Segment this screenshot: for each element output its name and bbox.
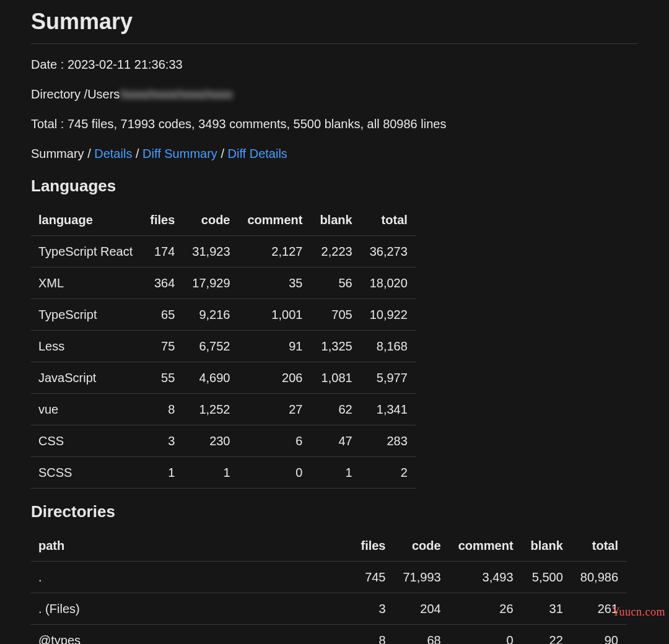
- cell-comment: 27: [239, 394, 312, 425]
- cell-files: 8: [352, 625, 394, 645]
- cell-code: 4,690: [183, 362, 238, 394]
- table-row: JavaScript554,6902061,0815,977: [31, 362, 416, 394]
- languages-header-row: language files code comment blank total: [31, 204, 416, 236]
- cell-comment: 91: [239, 331, 312, 362]
- table-row: @types86802290: [31, 625, 627, 645]
- cell-comment: 1,001: [239, 299, 312, 331]
- cell-code: 9,216: [183, 299, 238, 331]
- cell-comment: 6: [239, 425, 312, 457]
- cell-code: 6,752: [183, 331, 238, 362]
- cell-blank: 22: [522, 625, 572, 645]
- cell-code: 204: [395, 593, 450, 625]
- cell-blank: 56: [311, 268, 361, 299]
- cell-total: 8,168: [361, 331, 416, 362]
- table-row: TypeScript659,2161,00170510,922: [31, 299, 416, 331]
- languages-table: language files code comment blank total …: [31, 204, 416, 489]
- cell-path: @types: [31, 625, 352, 645]
- cell-comment: 26: [450, 593, 522, 625]
- directories-table: path files code comment blank total .745…: [31, 530, 627, 644]
- table-row: Less756,752911,3258,168: [31, 331, 416, 362]
- nav-sep: /: [84, 147, 95, 160]
- cell-code: 1,252: [183, 394, 238, 425]
- cell-blank: 5,500: [522, 562, 572, 593]
- cell-code: 68: [395, 625, 450, 645]
- nav-details-link[interactable]: Details: [94, 147, 132, 160]
- cell-language: TypeScript: [31, 299, 141, 331]
- report-page: Summary Date : 2023-02-11 21:36:33 Direc…: [0, 0, 669, 644]
- cell-language: JavaScript: [31, 362, 141, 394]
- table-row: .74571,9933,4935,50080,986: [31, 562, 627, 593]
- table-row: . (Files)32042631261: [31, 593, 627, 625]
- col-files: files: [141, 204, 183, 236]
- date-value: 2023-02-11 21:36:33: [68, 58, 183, 71]
- cell-files: 3: [141, 425, 183, 457]
- nav-diff-details-link[interactable]: Diff Details: [228, 147, 287, 160]
- cell-total: 2: [361, 457, 416, 489]
- cell-path: . (Files): [31, 593, 352, 625]
- cell-comment: 0: [239, 457, 312, 489]
- cell-language: SCSS: [31, 457, 141, 489]
- nav-sep: /: [132, 147, 142, 160]
- directory-blurred: /xxxx/xxxx/xxxx/xxxx: [120, 87, 232, 101]
- cell-blank: 1,325: [311, 331, 361, 362]
- date-line: Date : 2023-02-11 21:36:33: [31, 55, 638, 74]
- cell-total: 1,341: [361, 394, 416, 425]
- cell-code: 230: [183, 425, 238, 457]
- directories-header-row: path files code comment blank total: [31, 530, 627, 562]
- cell-language: XML: [31, 268, 141, 299]
- directory-line: Directory /Users/xxxx/xxxx/xxxx/xxxx: [31, 85, 638, 103]
- cell-files: 364: [141, 268, 183, 299]
- table-row: XML36417,929355618,020: [31, 268, 416, 299]
- cell-comment: 206: [239, 362, 312, 394]
- cell-files: 65: [141, 299, 183, 331]
- col-code: code: [183, 204, 238, 236]
- cell-blank: 705: [311, 299, 361, 331]
- cell-comment: 35: [239, 268, 312, 299]
- cell-blank: 47: [311, 425, 361, 457]
- cell-total: 283: [361, 425, 416, 457]
- date-label: Date :: [31, 58, 64, 71]
- cell-comment: 3,493: [450, 562, 522, 593]
- cell-code: 17,929: [183, 268, 238, 299]
- cell-total: 80,986: [572, 562, 627, 593]
- nav-summary-current: Summary: [31, 147, 84, 160]
- totals-line: Total : 745 files, 71993 codes, 3493 com…: [31, 115, 638, 133]
- cell-code: 31,923: [183, 236, 238, 268]
- cell-files: 745: [352, 562, 394, 593]
- col-comment: comment: [450, 530, 522, 562]
- cell-blank: 1: [311, 457, 361, 489]
- col-files: files: [352, 530, 394, 562]
- table-row: SCSS11012: [31, 457, 416, 489]
- cell-files: 55: [141, 362, 183, 394]
- nav-diff-summary-link[interactable]: Diff Summary: [142, 147, 217, 160]
- cell-language: vue: [31, 394, 141, 425]
- directory-prefix: /Users: [84, 87, 120, 101]
- directories-heading: Directories: [31, 500, 638, 524]
- table-row: vue81,25227621,341: [31, 394, 416, 425]
- directory-label: Directory: [31, 87, 81, 101]
- cell-path: .: [31, 562, 352, 593]
- nav-line: Summary / Details / Diff Summary / Diff …: [31, 144, 638, 163]
- cell-comment: 2,127: [239, 236, 312, 268]
- col-blank: blank: [311, 204, 361, 236]
- col-language: language: [31, 204, 141, 236]
- cell-files: 3: [352, 593, 394, 625]
- cell-comment: 0: [450, 625, 522, 645]
- cell-files: 8: [141, 394, 183, 425]
- cell-code: 1: [183, 457, 238, 489]
- nav-sep: /: [217, 147, 228, 160]
- cell-language: CSS: [31, 425, 141, 457]
- cell-total: 36,273: [361, 236, 416, 268]
- col-total: total: [572, 530, 627, 562]
- cell-files: 1: [141, 457, 183, 489]
- cell-language: TypeScript React: [31, 236, 141, 268]
- col-blank: blank: [522, 530, 572, 562]
- cell-files: 174: [141, 236, 183, 268]
- languages-heading: Languages: [31, 174, 638, 198]
- cell-blank: 2,223: [311, 236, 361, 268]
- col-comment: comment: [239, 204, 312, 236]
- col-total: total: [361, 204, 416, 236]
- cell-code: 71,993: [395, 562, 450, 593]
- cell-total: 10,922: [361, 299, 416, 331]
- col-code: code: [395, 530, 450, 562]
